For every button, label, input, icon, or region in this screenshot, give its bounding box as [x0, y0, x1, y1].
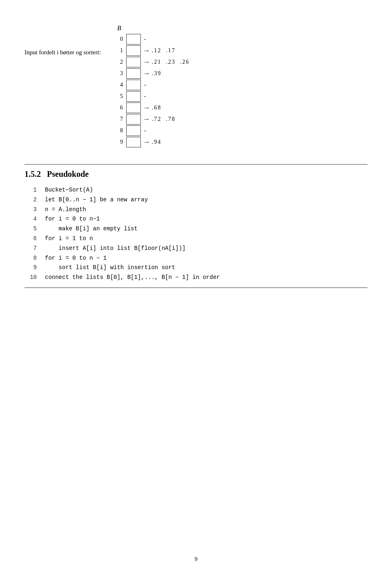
arrow-9: → — [144, 138, 149, 146]
value-8: - — [144, 127, 146, 134]
code-line-7: 7 insert A[i] into list B[floor(nA[i])] — [24, 244, 368, 254]
line-text-10: connect the lists B[0], B[1],..., B[n − … — [45, 273, 220, 283]
line-num-8: 8 — [24, 254, 37, 263]
index-6: 6 — [113, 105, 123, 111]
line-text-2: let B[0..n − 1] be a new array — [45, 195, 148, 205]
line-text-7: insert A[i] into list B[floor(nA[i])] — [45, 244, 185, 254]
cell-4 — [126, 80, 141, 90]
arrow-3: → — [144, 69, 149, 78]
index-8: 8 — [113, 127, 123, 134]
bucket-diagram: Input fordelt i bøtter og sortert: B 0 -… — [24, 25, 368, 148]
value-9: .94 — [152, 139, 162, 145]
value-3: .39 — [152, 70, 162, 77]
line-num-1: 1 — [24, 185, 37, 195]
code-line-4: 4 for i = 0 to n−1 — [24, 214, 368, 224]
bucket-row-9: 9 → .94 — [113, 136, 189, 148]
bucket-row-6: 6 → .68 — [113, 102, 189, 114]
diagram-label: Input fordelt i bøtter og sortert: — [24, 49, 101, 56]
section-number: 1.5.2 — [24, 169, 41, 178]
line-num-2: 2 — [24, 195, 37, 205]
bucket-header: B — [117, 25, 121, 32]
cell-8 — [126, 125, 141, 136]
value-7: .72 .78 — [152, 116, 176, 123]
section-title: Pseudokode — [47, 169, 89, 178]
arrow-2: → — [144, 58, 149, 66]
arrow-6: → — [144, 104, 149, 112]
line-num-7: 7 — [24, 244, 37, 254]
code-line-9: 9 sort list B[i] with insertion sort — [24, 263, 368, 273]
line-num-10: 10 — [24, 273, 37, 283]
line-num-5: 5 — [24, 224, 37, 234]
line-num-6: 6 — [24, 234, 37, 244]
line-text-8: for i = 0 to n − 1 — [45, 254, 107, 263]
bucket-row-5: 5 - — [113, 91, 189, 102]
index-0: 0 — [113, 36, 123, 42]
index-4: 4 — [113, 82, 123, 88]
bucket-row-0: 0 - — [113, 33, 189, 45]
value-5: - — [144, 93, 146, 100]
value-1: .12 .17 — [152, 47, 176, 54]
bucket-row-3: 3 → .39 — [113, 68, 189, 79]
value-0: - — [144, 36, 146, 42]
code-line-3: 3 n = A.length — [24, 205, 368, 215]
cell-6 — [126, 103, 141, 113]
cell-2 — [126, 57, 141, 67]
value-4: - — [144, 82, 146, 88]
line-text-3: n = A.length — [45, 205, 86, 215]
cell-1 — [126, 45, 141, 56]
index-1: 1 — [113, 47, 123, 54]
bucket-row-7: 7 → .72 .78 — [113, 114, 189, 125]
code-line-5: 5 make B[i] an empty list — [24, 224, 368, 234]
arrow-1: → — [144, 47, 149, 55]
cell-7 — [126, 114, 141, 125]
index-9: 9 — [113, 139, 123, 145]
index-2: 2 — [113, 59, 123, 65]
bucket-row-1: 1 → .12 .17 — [113, 45, 189, 56]
cell-3 — [126, 68, 141, 79]
index-3: 3 — [113, 70, 123, 77]
value-2: .21 .23 .26 — [152, 59, 190, 65]
section-heading: 1.5.2 Pseudokode — [24, 164, 368, 179]
cell-5 — [126, 91, 141, 102]
pseudocode-block: 1 Bucket−Sort(A) 2 let B[0..n − 1] be a … — [24, 185, 368, 288]
page-number: 9 — [195, 556, 198, 563]
line-num-3: 3 — [24, 205, 37, 215]
bucket-row-2: 2 → .21 .23 .26 — [113, 56, 189, 68]
code-line-1: 1 Bucket−Sort(A) — [24, 185, 368, 195]
code-line-2: 2 let B[0..n − 1] be a new array — [24, 195, 368, 205]
bucket-row-8: 8 - — [113, 125, 189, 136]
index-7: 7 — [113, 116, 123, 123]
line-text-9: sort list B[i] with insertion sort — [45, 263, 175, 273]
value-6: .68 — [152, 105, 162, 111]
page-content: Input fordelt i bøtter og sortert: B 0 -… — [24, 25, 368, 288]
arrow-7: → — [144, 115, 149, 123]
line-text-1: Bucket−Sort(A) — [45, 185, 93, 195]
line-num-4: 4 — [24, 214, 37, 224]
bucket-row-4: 4 - — [113, 79, 189, 91]
cell-9 — [126, 137, 141, 147]
index-5: 5 — [113, 93, 123, 100]
line-text-4: for i = 0 to n−1 — [45, 214, 100, 224]
bucket-table: B 0 - 1 → .12 .17 2 — [113, 25, 189, 148]
line-text-5: make B[i] an empty list — [45, 224, 138, 234]
bucket-rows: 0 - 1 → .12 .17 2 → .21 .23 .26 — [113, 33, 189, 148]
code-line-6: 6 for i = 1 to n — [24, 234, 368, 244]
line-text-6: for i = 1 to n — [45, 234, 93, 244]
cell-0 — [126, 34, 141, 45]
line-num-9: 9 — [24, 263, 37, 273]
code-line-10: 10 connect the lists B[0], B[1],..., B[n… — [24, 273, 368, 283]
code-line-8: 8 for i = 0 to n − 1 — [24, 254, 368, 263]
